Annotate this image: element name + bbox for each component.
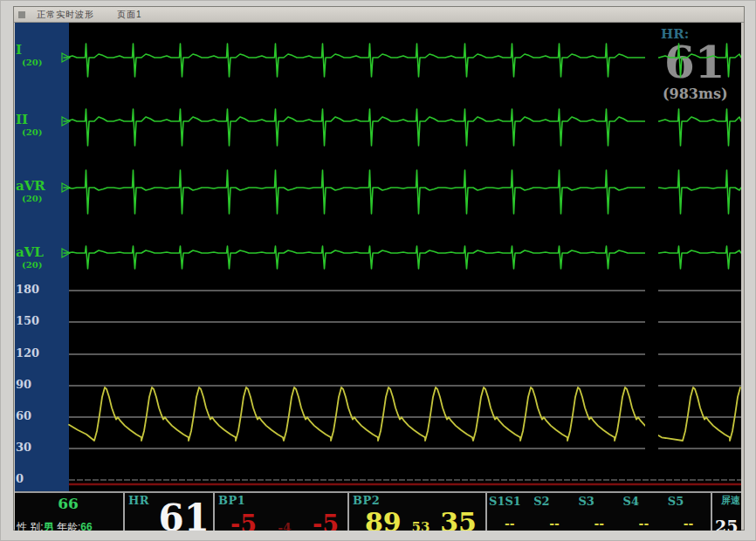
lead-label-II[interactable]: II(20) [16,113,42,137]
hr-overlay: HR: 61 (983ms) [649,26,739,102]
menu-realtime-waveform[interactable]: 正常实时波形 [37,9,94,21]
hr-value: 61 [159,500,210,531]
lead-label-I[interactable]: I(20) [16,44,42,67]
stim-value: -- [549,517,560,531]
vitals-bar: 66 性 别:男 年龄:66 HR 61 BP1 -5 -4 -5 [15,491,741,531]
lead-gain: (20) [22,58,42,67]
monitor-screen: 正常实时波形 页面1 I(20)II(20)aVR(20)aVL(20)1801… [0,0,756,541]
age-value: 66 [80,521,92,531]
bp2-mean: 53 [412,519,430,531]
trace [64,246,741,269]
stim-item-S3[interactable]: S3-- [576,493,621,531]
bp2-panel[interactable]: BP2 89 53 35 [347,493,485,531]
pressure-scale-90: 90 [16,379,31,390]
stim-item-S5[interactable]: S5-- [666,493,711,531]
lead-gain: (20) [22,128,42,137]
hr-overlay-interval: (983ms) [663,86,739,102]
waveform-area: I(20)II(20)aVR(20)aVL(20)180150120906030… [15,23,741,531]
app-window: 正常实时波形 页面1 I(20)II(20)aVR(20)aVL(20)1801… [13,6,745,531]
hr-panel[interactable]: HR 61 [123,493,213,531]
lead-gain: (20) [22,261,44,270]
sex-label: 性 别: [17,521,44,531]
sex-value: 男 [44,521,54,531]
bp2-diastolic: 35 [440,510,477,531]
lead-gain: (20) [22,195,45,203]
stim-label: S5 [668,495,711,508]
stim-label: S3 [578,495,621,508]
pressure-scale-180: 180 [16,284,39,295]
bp1-systolic: -5 [230,512,257,531]
sweep-speed-panel[interactable]: 屏速 25 [711,493,741,531]
stim-value: -- [594,517,604,531]
stim-label: S2 [533,495,576,508]
bp1-mean: -4 [278,521,292,531]
stim-label: S4 [623,495,666,508]
stim-value: -- [684,517,694,531]
stim-item-S2[interactable]: S2-- [532,493,576,531]
age-label: 年龄: [57,521,80,531]
trace [64,170,741,214]
lead-name: II [16,113,42,127]
trace [64,109,741,146]
lead-name: aVL [16,246,44,259]
pressure-scale-150: 150 [16,315,39,326]
sweep-speed-label: 屏速 [721,494,740,507]
bp1-label: BP1 [218,494,245,507]
lead-label-aVR[interactable]: aVR(20) [16,180,45,203]
menu-page-1[interactable]: 页面1 [117,9,142,21]
lead-name: aVR [16,180,45,193]
window-icon [18,11,25,18]
pressure-scale-30: 30 [16,442,31,453]
stim-value: -- [505,517,515,531]
bp1-panel[interactable]: BP1 -5 -4 -5 [213,493,347,531]
patient-number: 66 [15,495,121,512]
stim-label: S1S1 [489,495,532,508]
patient-demographics: 性 别:男 年龄:66 [17,520,93,531]
stim-item-S4[interactable]: S4-- [622,493,666,531]
stim-item-S1S1[interactable]: S1S1-- [487,493,532,531]
trace [64,44,741,77]
lead-name: I [16,44,42,57]
patient-info-panel: 66 性 别:男 年龄:66 [15,493,121,531]
title-bar: 正常实时波形 页面1 [14,7,744,23]
waveform-display [15,23,741,491]
lead-label-aVL[interactable]: aVL(20) [16,246,44,270]
pressure-scale-0: 0 [16,473,24,484]
trace [69,387,740,441]
pressure-scale-120: 120 [16,347,39,359]
hr-overlay-value: 61 [664,42,739,84]
bp2-systolic: 89 [365,510,402,531]
bp1-diastolic: -5 [313,512,339,531]
pressure-scale-60: 60 [16,410,31,421]
sweep-speed-value: 25 [715,517,738,531]
lead-sidebar: I(20)II(20)aVR(20)aVL(20)180150120906030… [15,23,69,491]
hr-label: HR [128,494,149,507]
stim-params-panel: S1S1--S2--S3--S4--S5-- [485,493,711,531]
bp2-label: BP2 [353,494,380,507]
stim-value: -- [639,517,649,531]
